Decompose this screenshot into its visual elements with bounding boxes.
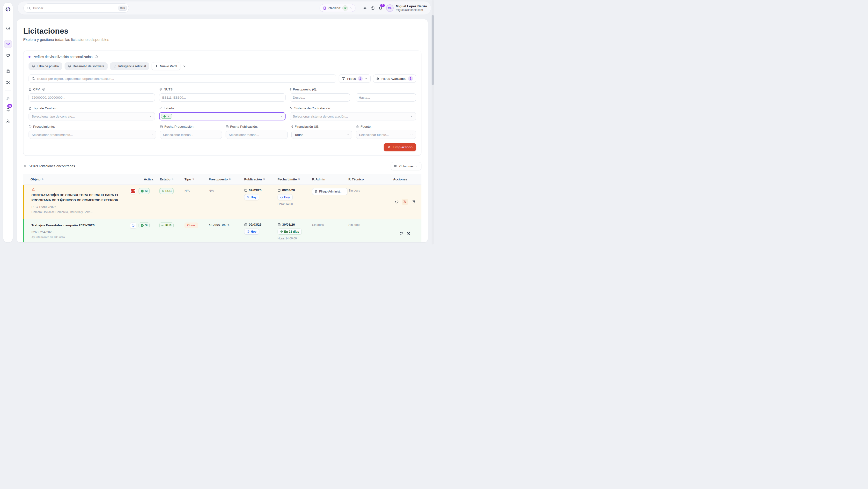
header-tipo[interactable]: Tipo⇅	[182, 178, 205, 181]
search-icon	[32, 77, 35, 80]
nuts-input[interactable]: ES111, ES300...	[159, 93, 285, 101]
profiles-chip-row: Filtro de prueba Desarrollo de software …	[29, 62, 416, 70]
fecha-publicacion-label: Fecha Publicación:	[230, 125, 258, 128]
global-search-input[interactable]: Buscar... ⌘+K	[24, 3, 129, 12]
acciones-cell	[388, 219, 422, 242]
remove-chip-icon[interactable]	[167, 115, 170, 118]
columns-label: Columnas	[399, 164, 413, 168]
p-tecnico-cell: Sin docs	[347, 185, 388, 192]
tipo-contrato-label: Tipo de Contrato:	[33, 106, 58, 110]
estado-label: Estado:	[164, 106, 175, 110]
licitacion-title[interactable]: Trabajos Forestales campaña 2025-2026	[31, 223, 125, 228]
tipo-contrato-select[interactable]: Seleccionar tipo de contrato...	[29, 112, 155, 120]
estado-select[interactable]	[159, 112, 285, 120]
columns-button[interactable]: Columnas	[391, 162, 422, 170]
select-all-checkbox[interactable]	[25, 177, 25, 181]
profile-chip[interactable]: Desarrollo de software	[65, 62, 107, 70]
row-checkbox[interactable]	[25, 232, 25, 236]
new-profile-button[interactable]: Nuevo Perfil	[152, 62, 180, 70]
sidebar-item-organizaciones[interactable]	[4, 67, 11, 75]
p-admin-cell: Pliego Administ...	[311, 185, 347, 195]
open-external-button[interactable]	[406, 232, 410, 236]
sistema-select[interactable]: Seleccionar sistema de contratación...	[290, 112, 416, 120]
avatar: ML	[386, 4, 394, 12]
document-icon	[29, 106, 32, 110]
fecha-publicacion-input[interactable]: Seleccionar fechas...	[225, 131, 288, 139]
favorite-button[interactable]	[399, 232, 403, 236]
sidebar-item-licitaciones[interactable]	[4, 40, 11, 48]
sidebar-item-favoritos[interactable]	[4, 52, 11, 59]
org-switcher[interactable]: Cadabit	[320, 4, 355, 12]
profile-chip[interactable]: Inteligencia Artificial	[110, 62, 149, 70]
sidebar-item-alertas[interactable]: 32	[4, 106, 11, 113]
presupuesto-desde-input[interactable]: Desde...	[290, 93, 350, 101]
sidebar-item-herramientas[interactable]	[4, 79, 11, 86]
info-icon[interactable]	[42, 88, 45, 91]
camara-logo-icon: ((C	[131, 189, 135, 193]
header-objeto[interactable]: Objeto⇅	[30, 178, 129, 181]
header-estado[interactable]: Estado⇅	[158, 178, 182, 181]
filtros-avanzados-button[interactable]: Filtros Avanzados 1	[373, 74, 416, 83]
sidebar-item-dashboard[interactable]	[4, 25, 11, 32]
fecha-presentacion-input[interactable]: Seleccionar fechas...	[160, 131, 222, 139]
favorite-button[interactable]	[395, 200, 399, 204]
sidebar-item-ajustes[interactable]	[4, 95, 11, 102]
settings-button[interactable]	[363, 6, 367, 10]
profile-chip-label: Filtro de prueba	[37, 64, 59, 68]
help-icon	[371, 6, 375, 10]
header-fecha-limite[interactable]: Fecha Límite⇅	[276, 178, 311, 181]
help-button[interactable]	[371, 6, 375, 10]
clock-icon	[280, 230, 283, 233]
gauge-icon	[6, 26, 10, 30]
presupuesto-hasta-input[interactable]: Hasta...	[356, 93, 416, 101]
cpv-input[interactable]: 72000000, 30000000...	[29, 93, 155, 101]
expediente: PEC 15/900/2026	[31, 205, 125, 209]
publicacion-cell: 09/03/26 Hoy	[239, 219, 276, 235]
sidebar-nav: 32	[4, 25, 11, 125]
table-row[interactable]: CONTRATACI�N DE CONSULTORA DE RRHH PARA …	[23, 185, 422, 219]
nuts-label: NUTS:	[164, 88, 174, 91]
row-checkbox[interactable]	[25, 200, 25, 204]
fuente-select[interactable]: Seleccionar fuente...	[356, 131, 416, 139]
procedimiento-select[interactable]: Seleccionar procedimiento...	[29, 131, 156, 139]
mute-alert-button[interactable]	[402, 199, 408, 205]
notifications-button[interactable]: 6	[378, 6, 382, 10]
results-count-text: 51169 licitaciones encontradas	[29, 164, 75, 168]
clear-all-label: Limpiar todo	[393, 145, 412, 149]
licitaciones-search-input[interactable]: Buscar por objeto, expediente, órgano co…	[29, 74, 336, 83]
clear-all-button[interactable]: Limpiar todo	[384, 143, 416, 151]
external-link-icon	[411, 200, 415, 204]
filtros-toggle-button[interactable]: Filtros 1	[339, 74, 370, 83]
calendar-icon	[278, 189, 281, 192]
profile-chip[interactable]: Filtro de prueba	[29, 62, 62, 70]
euro-icon: €	[290, 88, 291, 91]
info-icon[interactable]	[95, 55, 98, 59]
source-power-button[interactable]	[130, 222, 136, 228]
header-publicacion[interactable]: Publicación⇅	[239, 178, 276, 181]
chevron-down-icon	[280, 115, 283, 118]
user-menu[interactable]: ML Miguel López Barrio miguel@cadabit.co…	[386, 4, 427, 12]
presupuesto-cell: 68.055,06 €	[205, 219, 239, 226]
new-profile-label: Nuevo Perfil	[160, 64, 177, 68]
header-presupuesto[interactable]: Presupuesto⇅	[205, 178, 239, 181]
alert-bell-icon[interactable]	[31, 188, 125, 191]
open-external-button[interactable]	[411, 200, 415, 204]
notifications-count-badge: 6	[380, 4, 385, 7]
tipo-badge: Obras	[184, 222, 198, 228]
sidebar-item-usuarios[interactable]	[4, 117, 11, 125]
licitacion-title[interactable]: CONTRATACI�N DE CONSULTORA DE RRHH PARA …	[31, 193, 125, 203]
table-header-row: Objeto⇅ Activa Estado⇅ Tipo⇅ Presupuesto…	[23, 174, 422, 185]
hasta-placeholder: Hasta...	[359, 96, 370, 99]
page-scrollbar-thumb[interactable]	[432, 15, 434, 85]
avanzados-count-badge: 1	[408, 76, 413, 81]
estado-cell: PUB	[158, 219, 182, 228]
sort-icon: ⇅	[298, 178, 300, 181]
sistema-label-row: Sistema de Contratación:	[290, 106, 416, 110]
pliego-admin-button[interactable]: Pliego Administ...	[312, 188, 347, 195]
source-logo-button[interactable]: ((C	[130, 188, 136, 194]
profiles-expand-button[interactable]	[183, 65, 186, 68]
fuente-value: Seleccionar fuente...	[359, 133, 389, 136]
fecha-limite-relative-chip: Hoy	[278, 194, 292, 200]
table-row[interactable]: Trabajos Forestales campaña 2025-2026 32…	[23, 219, 422, 242]
financiacion-select[interactable]: Todas	[291, 131, 352, 139]
